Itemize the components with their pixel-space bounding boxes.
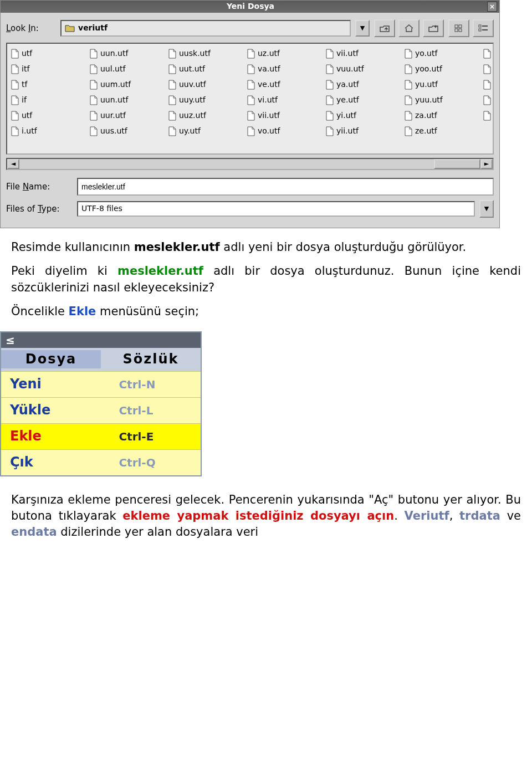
file-item[interactable]: uuv.utf <box>168 77 240 93</box>
lookin-dropdown-arrow[interactable]: ▼ <box>355 20 370 37</box>
file-item[interactable]: uy.utf <box>168 124 240 139</box>
file-item[interactable]: zi.utf <box>483 46 494 61</box>
file-icon <box>325 49 334 59</box>
file-item[interactable]: zo.utf <box>483 93 494 108</box>
file-name-label: ve.utf <box>258 79 280 90</box>
filename-input[interactable] <box>77 178 494 196</box>
file-icon <box>11 95 19 105</box>
file-name-label: yii.utf <box>336 126 359 137</box>
file-icon <box>325 126 334 136</box>
file-item[interactable]: ve.utf <box>247 77 319 93</box>
minimize-icon[interactable]: ≤ <box>6 332 15 348</box>
file-name-label: uul.utf <box>100 64 125 75</box>
file-item[interactable]: ze.utf <box>404 124 476 139</box>
list-view-icon[interactable] <box>448 19 469 37</box>
file-icon <box>483 64 492 74</box>
file-item[interactable]: zii.utf <box>483 61 494 77</box>
menu-screenshot: ≤ Dosya Sözlük YeniCtrl-NYükleCtrl-LEkle… <box>0 331 202 476</box>
details-view-icon[interactable] <box>473 19 494 37</box>
file-item[interactable]: yu.utf <box>404 77 476 93</box>
file-icon <box>247 95 255 105</box>
file-item[interactable]: i.utf <box>11 124 83 139</box>
file-item[interactable]: uusk.utf <box>168 46 240 61</box>
folder-up-icon[interactable] <box>374 19 395 37</box>
file-name-label: uun.utf <box>100 48 128 59</box>
lookin-combo[interactable]: veriutf <box>60 20 351 37</box>
file-item[interactable]: utf <box>11 108 83 124</box>
menu-tab-sozluk[interactable]: Sözlük <box>101 350 201 369</box>
text: menüsünü seçin; <box>96 305 199 318</box>
menu-item-çık[interactable]: ÇıkCtrl-Q <box>1 449 201 475</box>
menu-tab-dosya[interactable]: Dosya <box>1 350 101 369</box>
red-text: ekleme yapmak istediğiniz dosyayı açın <box>122 509 394 522</box>
filetype-dropdown-arrow[interactable]: ▼ <box>479 200 494 218</box>
file-item[interactable]: vii.utf <box>325 46 397 61</box>
file-item[interactable]: utf <box>11 46 83 61</box>
file-name-label: i.utf <box>22 126 37 137</box>
scroll-right-icon[interactable]: ► <box>480 159 493 169</box>
file-item[interactable]: zo.utf <box>483 77 494 93</box>
text: Öncelikle <box>11 305 69 318</box>
file-item[interactable]: if <box>11 93 83 108</box>
filetype-value: UTF-8 files <box>81 203 122 214</box>
file-item[interactable]: yuu.utf <box>404 93 476 108</box>
file-item[interactable]: yoo.utf <box>404 61 476 77</box>
scroll-left-icon[interactable]: ◄ <box>7 159 19 169</box>
file-item[interactable]: uun.utf <box>89 93 161 108</box>
file-name-label: uuv.utf <box>179 79 206 90</box>
file-item[interactable]: vi.utf <box>247 93 319 108</box>
file-item[interactable]: yii.utf <box>325 124 397 139</box>
file-name-label: uus.utf <box>100 126 127 137</box>
file-item[interactable]: ye.utf <box>325 93 397 108</box>
scroll-thumb[interactable] <box>434 159 480 169</box>
file-icon <box>247 64 255 74</box>
file-name-label: uun.utf <box>100 95 128 106</box>
horizontal-scrollbar[interactable]: ◄ ► <box>6 158 494 170</box>
file-item[interactable]: vo.utf <box>247 124 319 139</box>
file-item[interactable]: vuu.utf <box>325 61 397 77</box>
title-bar: Yeni Dosya × <box>1 1 499 13</box>
new-folder-icon[interactable] <box>423 19 444 37</box>
file-item[interactable]: uz.utf <box>247 46 319 61</box>
text: adlı yeni bir dosya oluşturduğu görülüyo… <box>220 240 467 254</box>
file-name-label: yi.utf <box>336 110 356 121</box>
paragraph-2: Peki diyelim ki meslekler.utf adlı bir d… <box>11 263 521 296</box>
file-name-label: za.utf <box>415 110 437 121</box>
scroll-track[interactable] <box>19 159 434 169</box>
file-item[interactable]: uut.utf <box>168 61 240 77</box>
file-item[interactable]: uur.utf <box>89 108 161 124</box>
file-dialog: Yeni Dosya × Look In: veriutf ▼ <box>0 0 500 228</box>
file-item[interactable]: vii.utf <box>247 108 319 124</box>
file-item[interactable]: va.utf <box>247 61 319 77</box>
menu-item-yeni[interactable]: YeniCtrl-N <box>1 371 201 397</box>
file-item[interactable]: uuy.utf <box>168 93 240 108</box>
lookin-value: veriutf <box>78 23 108 34</box>
file-item[interactable]: yo.utf <box>404 46 476 61</box>
file-item[interactable]: za.utf <box>404 108 476 124</box>
file-list-pane[interactable]: utfitftfifutfi.utfuun.utfuul.utfuum.utfu… <box>6 43 494 155</box>
text: Peki diyelim ki <box>11 264 117 278</box>
file-item[interactable]: uun.utf <box>89 46 161 61</box>
file-item[interactable]: uuz.utf <box>168 108 240 124</box>
file-name-label: uum.utf <box>100 79 131 90</box>
file-item[interactable]: itf <box>11 61 83 77</box>
menu-item-shortcut: Ctrl-L <box>110 403 201 418</box>
file-item[interactable]: uum.utf <box>89 77 161 93</box>
file-item[interactable]: ya.utf <box>325 77 397 93</box>
file-icon <box>404 64 413 74</box>
file-item[interactable]: tf <box>11 77 83 93</box>
file-icon <box>483 95 492 105</box>
file-item[interactable]: uul.utf <box>89 61 161 77</box>
menu-item-yükle[interactable]: YükleCtrl-L <box>1 397 201 423</box>
menu-item-ekle[interactable]: EkleCtrl-E <box>1 423 201 449</box>
file-item[interactable]: zuu.utf <box>483 108 494 124</box>
home-icon[interactable] <box>398 19 420 37</box>
file-item[interactable]: uus.utf <box>89 124 161 139</box>
view-tools <box>448 19 494 37</box>
svg-rect-2 <box>459 25 462 28</box>
file-item[interactable]: yi.utf <box>325 108 397 124</box>
file-icon <box>89 49 98 59</box>
svg-rect-0 <box>455 25 458 28</box>
close-icon[interactable]: × <box>487 2 497 12</box>
filetype-combo[interactable]: UTF-8 files <box>77 201 475 217</box>
